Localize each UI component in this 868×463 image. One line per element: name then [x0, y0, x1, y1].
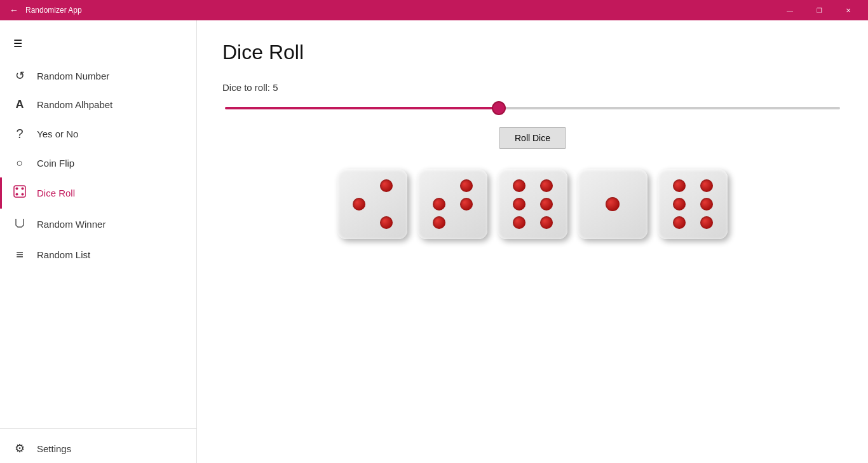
die-dot — [700, 179, 713, 192]
die-face — [498, 169, 567, 239]
svg-point-4 — [22, 193, 24, 196]
app-title: Randomizer App — [25, 6, 775, 15]
sidebar-item-label: Dice Roll — [37, 188, 75, 198]
die-cell — [372, 177, 400, 195]
settings-icon: ⚙ — [13, 441, 27, 455]
die-dot — [673, 179, 686, 192]
sidebar-item-label: Random Winner — [37, 219, 105, 230]
die-cell — [345, 213, 372, 232]
die-face — [658, 169, 728, 239]
die-cell — [372, 195, 400, 214]
sidebar-item-label: Random Number — [37, 71, 109, 81]
die-dot — [433, 216, 445, 229]
die-dot — [380, 179, 393, 192]
sidebar-item-label: Settings — [37, 443, 71, 454]
sidebar-item-random-list[interactable]: ≡ Random List — [0, 240, 196, 270]
die-dot — [513, 198, 526, 211]
dice-display — [222, 169, 843, 239]
die-cell — [532, 213, 560, 232]
die-cell — [665, 213, 693, 232]
sidebar-item-label: Random Alhpabet — [37, 99, 112, 110]
die-dot — [606, 197, 620, 211]
die-cell — [693, 213, 720, 232]
die-dot — [540, 198, 553, 211]
close-button[interactable]: ✕ — [834, 0, 863, 20]
die-cell — [452, 195, 480, 214]
svg-rect-0 — [14, 186, 25, 197]
die-face — [578, 169, 648, 239]
die-cell — [693, 195, 720, 214]
die-cell — [425, 177, 452, 195]
roll-button-container: Roll Dice — [222, 127, 843, 149]
die-cell — [505, 195, 532, 214]
svg-point-2 — [22, 188, 24, 190]
svg-point-1 — [16, 188, 18, 190]
die-dot — [700, 216, 713, 229]
die-dot — [353, 198, 365, 211]
sidebar-divider — [0, 428, 196, 434]
die-dot — [460, 198, 473, 211]
random-list-icon: ≡ — [13, 247, 27, 262]
die-dot — [673, 216, 686, 229]
random-winner-icon — [13, 216, 27, 232]
die-cell — [452, 213, 480, 232]
sidebar-item-random-alphabet[interactable]: A Random Alhpabet — [0, 90, 196, 119]
die-cell — [693, 177, 720, 195]
die-cell — [505, 213, 532, 232]
sidebar-item-coin-flip[interactable]: ○ Coin Flip — [0, 149, 196, 177]
back-button[interactable]: ← — [5, 1, 23, 19]
app-layout: ☰ ↺ Random Number A Random Alhpabet ? Ye… — [0, 20, 868, 463]
sidebar-item-label: Random List — [37, 249, 90, 260]
die-face — [337, 169, 407, 239]
sidebar: ☰ ↺ Random Number A Random Alhpabet ? Ye… — [0, 20, 197, 463]
window-controls: — ❐ ✕ — [775, 0, 863, 20]
die-cell — [372, 213, 400, 232]
roll-dice-button[interactable]: Roll Dice — [499, 127, 566, 149]
die-dot — [540, 216, 553, 229]
dice-count-label: Dice to roll: 5 — [222, 82, 843, 93]
die-cell — [532, 195, 560, 214]
die-cell — [452, 177, 480, 195]
die-dot — [513, 216, 526, 229]
random-alphabet-icon: A — [13, 98, 27, 111]
die-cell — [665, 177, 693, 195]
sidebar-item-settings[interactable]: ⚙ Settings — [0, 434, 196, 463]
die-face — [417, 169, 487, 239]
random-number-icon: ↺ — [13, 69, 27, 83]
coin-flip-icon: ○ — [13, 156, 27, 170]
page-title: Dice Roll — [222, 41, 843, 64]
die-dot — [513, 179, 526, 192]
titlebar: ← Randomizer App — ❐ ✕ — [0, 0, 868, 20]
yes-or-no-icon: ? — [13, 127, 27, 141]
die-cell — [345, 177, 372, 195]
sidebar-item-random-winner[interactable]: Random Winner — [0, 209, 196, 240]
die-dot — [540, 179, 553, 192]
sidebar-item-yes-or-no[interactable]: ? Yes or No — [0, 119, 196, 149]
dice-roll-icon — [13, 185, 27, 201]
minimize-button[interactable]: — — [775, 0, 804, 20]
die-cell — [532, 177, 560, 195]
die-cell — [665, 195, 693, 214]
restore-button[interactable]: ❐ — [804, 0, 834, 20]
sidebar-item-random-number[interactable]: ↺ Random Number — [0, 61, 196, 90]
sidebar-item-label: Yes or No — [37, 128, 78, 139]
die-dot — [673, 198, 686, 211]
die-cell — [425, 195, 452, 214]
die-dot — [460, 179, 473, 192]
die-cell — [345, 195, 372, 214]
hamburger-button[interactable]: ☰ — [5, 31, 31, 56]
dice-count-slider[interactable] — [225, 107, 840, 109]
die-cell — [505, 177, 532, 195]
sidebar-item-dice-roll[interactable]: Dice Roll — [0, 177, 196, 209]
die-dot — [380, 216, 393, 229]
main-content: Dice Roll Dice to roll: 5 Roll Dice — [197, 20, 868, 463]
die-dot — [700, 198, 713, 211]
dice-slider-container — [222, 100, 843, 112]
die-cell — [425, 213, 452, 232]
sidebar-item-label: Coin Flip — [37, 158, 74, 169]
svg-point-3 — [16, 193, 18, 196]
die-dot — [433, 198, 445, 211]
